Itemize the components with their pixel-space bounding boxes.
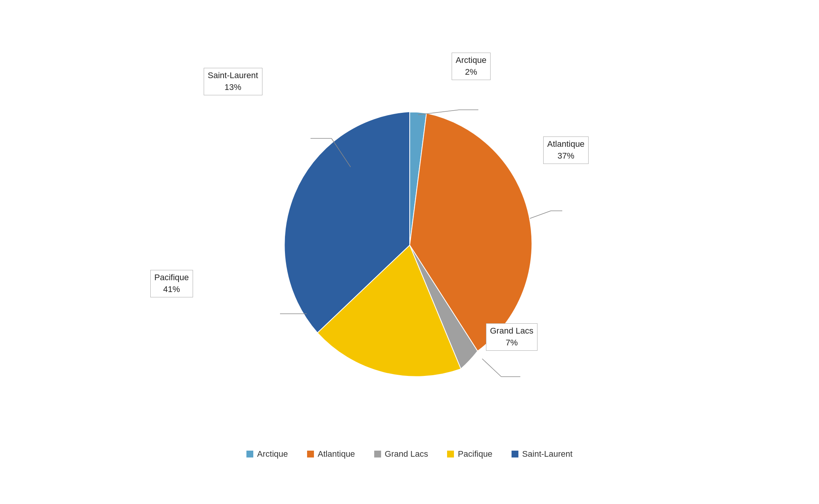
line-atlantique (530, 211, 551, 218)
legend-item-pacifique: Pacifique (447, 449, 492, 459)
legend-item-arctique: Arctique (246, 449, 288, 459)
line-arctique (418, 110, 459, 115)
legend-label-grandlacs: Grand Lacs (385, 449, 428, 459)
label-arctique: Arctique 2% (452, 53, 491, 80)
legend-swatch-atlantique (307, 451, 314, 457)
legend-swatch-pacifique (447, 451, 454, 457)
chart-container: Arctique 2% Atlantique 37% Grand Lacs 7%… (28, 23, 791, 481)
line-grandlacs (482, 359, 501, 377)
label-pacifique: Pacifique 41% (150, 270, 193, 297)
legend-swatch-saintlaurent (512, 451, 518, 457)
legend-label-saintlaurent: Saint-Laurent (522, 449, 573, 459)
legend-item-grandlacs: Grand Lacs (374, 449, 428, 459)
legend-swatch-arctique (246, 451, 253, 457)
label-saintlaurent: Saint-Laurent 13% (204, 68, 262, 95)
legend-label-atlantique: Atlantique (318, 449, 355, 459)
pie-area: Arctique 2% Atlantique 37% Grand Lacs 7%… (143, 45, 677, 445)
legend-item-atlantique: Atlantique (307, 449, 355, 459)
legend-swatch-grandlacs (374, 451, 381, 457)
legend-label-arctique: Arctique (257, 449, 288, 459)
legend-label-pacifique: Pacifique (458, 449, 492, 459)
legend-item-saintlaurent: Saint-Laurent (512, 449, 573, 459)
chart-legend: Arctique Atlantique Grand Lacs Pacifique… (246, 449, 573, 459)
pie-chart (257, 93, 562, 398)
